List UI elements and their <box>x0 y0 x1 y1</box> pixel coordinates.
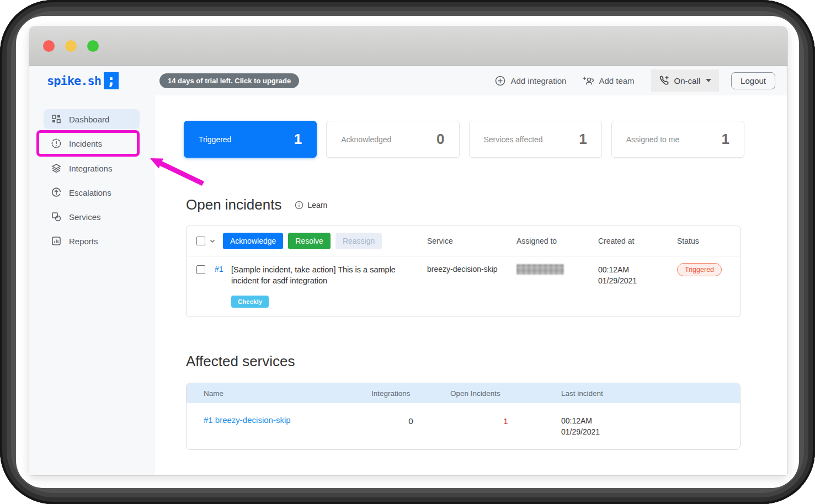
layers-icon <box>51 163 62 174</box>
open-incidents-heading: Open incidents Learn <box>186 196 787 213</box>
minimize-window-button[interactable] <box>65 40 77 52</box>
column-header-open-incidents: Open Incidents <box>450 389 561 398</box>
on-call-dropdown[interactable]: On-call <box>651 69 720 92</box>
sidebar-item-dashboard[interactable]: Dashboard <box>44 109 140 129</box>
spike-semicolon-icon: ; <box>104 72 119 89</box>
stat-card-assigned-to-me[interactable]: Assigned to me 1 <box>611 121 744 158</box>
column-header-name: Name <box>204 389 371 398</box>
affected-services-table: Name Integrations Open Incidents Last in… <box>186 383 741 450</box>
incident-row[interactable]: #1 [Sample incident, take action] This i… <box>187 256 740 317</box>
acknowledge-button[interactable]: Acknowledge <box>223 233 283 249</box>
integration-badge[interactable]: Checkly <box>231 296 269 308</box>
zoom-window-button[interactable] <box>87 40 99 52</box>
header-actions: Add integration Add team On-call <box>487 69 775 92</box>
stat-value: 1 <box>294 131 302 148</box>
incident-created-time: 00:12AM <box>598 264 677 275</box>
stat-card-services-affected[interactable]: Services affected 1 <box>469 121 602 158</box>
column-header-last-incident: Last incident <box>561 389 740 398</box>
incident-id-link[interactable]: #1 <box>215 264 231 274</box>
trial-upgrade-badge[interactable]: 14 days of trial left. Click to upgrade <box>159 73 299 88</box>
bar-chart-icon <box>51 235 62 246</box>
reassign-button[interactable]: Reassign <box>335 233 382 249</box>
column-header-service: Service <box>427 237 516 245</box>
plus-circle-icon <box>495 76 505 86</box>
last-incident-date: 01/29/2021 <box>561 426 740 437</box>
main-content: Triggered 1 Acknowledged 0 Services affe… <box>155 95 787 475</box>
stat-label: Triggered <box>199 135 231 144</box>
assigned-to-redacted-value <box>516 264 564 275</box>
last-incident-time: 00:12AM <box>561 415 740 426</box>
stat-card-triggered[interactable]: Triggered 1 <box>184 121 317 158</box>
sidebar-item-label: Services <box>69 212 101 222</box>
row-checkbox[interactable] <box>196 265 205 274</box>
spike-logo-text: spike.sh <box>47 74 101 88</box>
open-incidents-table-header: Acknowledge Resolve Reassign Service Ass… <box>187 226 740 256</box>
logout-button[interactable]: Logout <box>731 72 775 89</box>
stat-value: 1 <box>579 131 587 148</box>
stat-label: Acknowledged <box>341 135 391 144</box>
resolve-button[interactable]: Resolve <box>288 233 331 249</box>
browser-window: spike.sh ; 14 days of trial left. Click … <box>29 26 787 475</box>
close-window-button[interactable] <box>43 40 55 52</box>
add-team-label: Add team <box>599 76 634 85</box>
incident-title[interactable]: [Sample incident, take action] This is a… <box>231 264 397 286</box>
stat-label: Assigned to me <box>626 135 680 144</box>
incident-badge-icon <box>51 138 62 149</box>
column-header-integrations: Integrations <box>371 389 450 398</box>
open-incidents-title: Open incidents <box>186 196 281 213</box>
affected-services-title: Affected services <box>186 353 295 370</box>
stat-value: 1 <box>722 131 729 148</box>
sidebar-item-label: Escalations <box>69 188 111 197</box>
add-integration-button[interactable]: Add integration <box>487 76 574 86</box>
incident-created-date: 01/29/2021 <box>598 275 677 286</box>
sidebar-item-integrations[interactable]: Integrations <box>44 158 140 178</box>
device-bezel: spike.sh ; 14 days of trial left. Click … <box>0 0 815 504</box>
dashboard-grid-icon <box>51 114 62 125</box>
caret-down-icon <box>706 79 711 82</box>
escalation-up-arrow-icon <box>51 187 62 198</box>
sidebar-item-services[interactable]: Services <box>44 207 140 227</box>
stat-label: Services affected <box>484 135 543 144</box>
user-plus-icon <box>582 76 594 86</box>
screen-area: spike.sh ; 14 days of trial left. Click … <box>16 16 799 488</box>
sidebar-item-reports[interactable]: Reports <box>44 231 140 251</box>
service-open-incidents-count: 1 <box>450 415 561 426</box>
window-titlebar <box>29 26 787 66</box>
open-incidents-table: Acknowledge Resolve Reassign Service Ass… <box>186 226 741 317</box>
app-body: Dashboard Incidents Integrations <box>29 95 787 475</box>
sidebar-item-label: Reports <box>69 237 98 246</box>
service-name-link[interactable]: #1 breezy-decision-skip <box>204 415 291 425</box>
column-header-assigned-to: Assigned to <box>516 237 598 245</box>
sidebar-item-label: Integrations <box>69 164 112 173</box>
stat-cards: Triggered 1 Acknowledged 0 Services affe… <box>184 121 744 158</box>
shapes-icon <box>51 211 62 222</box>
sidebar-item-incidents[interactable]: Incidents <box>44 133 140 153</box>
spike-logo[interactable]: spike.sh ; <box>29 72 155 89</box>
stat-card-acknowledged[interactable]: Acknowledged 0 <box>326 121 459 158</box>
sidebar-item-label: Incidents <box>69 139 102 148</box>
add-team-button[interactable]: Add team <box>574 76 642 86</box>
column-header-status: Status <box>677 237 740 245</box>
column-header-created-at: Created at <box>598 237 677 245</box>
phone-plus-icon <box>659 75 670 86</box>
learn-label: Learn <box>307 201 327 210</box>
sidebar-item-escalations[interactable]: Escalations <box>44 183 140 202</box>
app-header: spike.sh ; 14 days of trial left. Click … <box>29 66 787 95</box>
incident-service: breezy-decision-skip <box>427 264 516 274</box>
chevron-down-icon[interactable] <box>209 238 216 244</box>
select-all-checkbox[interactable] <box>196 237 205 245</box>
bulk-actions: Acknowledge Resolve Reassign <box>223 233 427 249</box>
affected-services-heading: Affected services <box>186 353 787 370</box>
service-row[interactable]: #1 breezy-decision-skip 0 1 00:12AM 01/2… <box>187 403 740 449</box>
sidebar-item-label: Dashboard <box>69 115 109 124</box>
service-integrations-count: 0 <box>371 415 450 426</box>
status-badge-triggered: Triggered <box>677 263 722 276</box>
info-circle-icon <box>295 201 303 210</box>
affected-services-table-header: Name Integrations Open Incidents Last in… <box>187 383 740 403</box>
add-integration-label: Add integration <box>510 76 566 85</box>
stat-value: 0 <box>436 131 444 148</box>
sidebar: Dashboard Incidents Integrations <box>29 95 155 475</box>
on-call-label: On-call <box>674 76 701 85</box>
learn-link[interactable]: Learn <box>295 201 327 210</box>
